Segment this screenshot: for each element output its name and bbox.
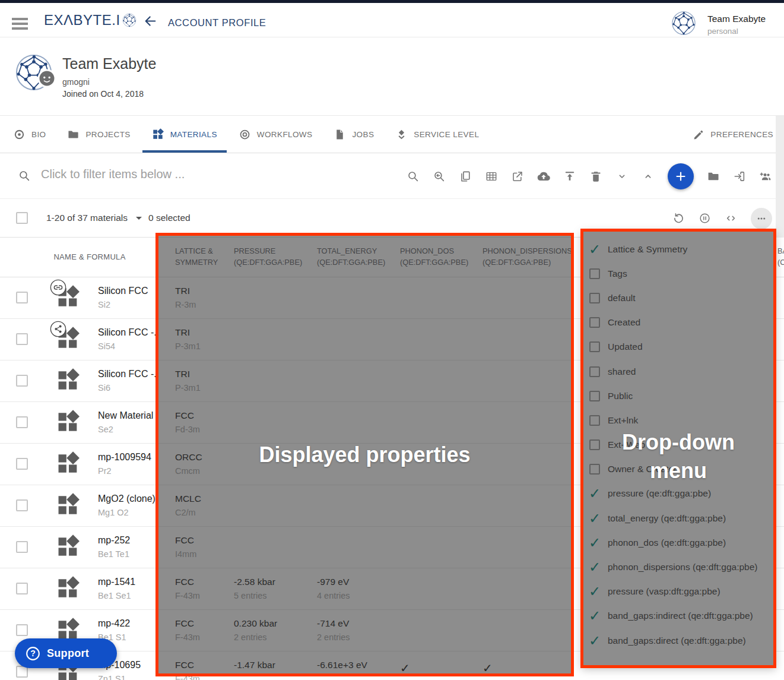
back-arrow-icon[interactable] bbox=[143, 14, 158, 29]
tab-jobs[interactable]: JOBS bbox=[334, 116, 374, 153]
row-checkbox[interactable] bbox=[16, 292, 28, 303]
scrollbar-track[interactable] bbox=[776, 116, 784, 238]
row-checkbox[interactable] bbox=[16, 499, 28, 511]
material-name[interactable]: Silicon FCC -.. bbox=[98, 369, 159, 379]
add-button[interactable] bbox=[668, 163, 694, 189]
tab-label: WORKFLOWS bbox=[257, 130, 313, 139]
profile-joined-date: Joined on Oct 4, 2018 bbox=[62, 89, 144, 99]
material-formula: Mg1 O2 bbox=[98, 508, 129, 517]
tab-projects[interactable]: PROJECTS bbox=[67, 116, 130, 153]
app-logo[interactable]: EXΛBYTE.I bbox=[44, 12, 137, 29]
tab-materials[interactable]: MATERIALS bbox=[152, 116, 217, 153]
materials-icon bbox=[152, 128, 164, 141]
move-to-icon[interactable] bbox=[733, 170, 746, 183]
face-badge-icon bbox=[37, 69, 56, 88]
material-formula: Si2 bbox=[98, 300, 110, 309]
column-name-formula[interactable]: NAME & FORMULA bbox=[24, 252, 155, 261]
target-icon bbox=[13, 128, 26, 141]
row-checkbox[interactable] bbox=[16, 583, 28, 594]
filter-input[interactable]: Click to filter items below ... bbox=[41, 167, 185, 181]
user-avatar[interactable] bbox=[671, 11, 696, 36]
refresh-icon[interactable] bbox=[672, 212, 685, 224]
clipped-line1: BA bbox=[777, 245, 784, 257]
support-label: Support bbox=[47, 647, 89, 660]
folder-icon[interactable] bbox=[707, 170, 720, 183]
material-icon bbox=[56, 410, 81, 435]
search-icon[interactable] bbox=[407, 170, 420, 183]
row-checkbox[interactable] bbox=[16, 416, 28, 428]
row-checkbox[interactable] bbox=[16, 458, 28, 470]
search-again-icon[interactable] bbox=[433, 170, 446, 183]
workflow-icon bbox=[239, 128, 251, 141]
user-name: Team Exabyte bbox=[707, 14, 766, 24]
row-checkbox[interactable] bbox=[16, 375, 28, 387]
select-all-checkbox[interactable] bbox=[16, 212, 28, 224]
chevron-down-icon[interactable] bbox=[615, 170, 629, 183]
material-name[interactable]: mp-1009594 bbox=[98, 452, 151, 463]
clipped-line2: (C bbox=[777, 257, 784, 268]
active-tab-underline bbox=[142, 150, 227, 153]
add-people-icon[interactable] bbox=[759, 170, 772, 183]
share-badge-icon bbox=[50, 321, 66, 337]
open-in-new-icon[interactable] bbox=[511, 170, 524, 183]
filter-toolbar: Click to filter items below ... bbox=[0, 153, 784, 199]
tab-bio[interactable]: BIO bbox=[13, 116, 46, 153]
copy-icon[interactable] bbox=[459, 170, 472, 183]
profile-header: Team Exabyte gmogni Joined on Oct 4, 201… bbox=[0, 37, 784, 116]
material-icon bbox=[56, 576, 81, 601]
tab-label: SERVICE LEVEL bbox=[414, 130, 479, 139]
service-level-icon bbox=[395, 128, 408, 141]
more-button[interactable] bbox=[751, 208, 772, 229]
code-icon[interactable] bbox=[725, 212, 737, 224]
tab-bar: BIOPROJECTSMATERIALSWORKFLOWSJOBSSERVICE… bbox=[0, 116, 784, 153]
row-checkbox[interactable] bbox=[16, 624, 28, 636]
upload-icon[interactable] bbox=[563, 170, 576, 183]
material-formula: Se2 bbox=[98, 425, 113, 434]
overlay-label-dropdown-menu: Drop-down menu bbox=[604, 428, 753, 485]
material-formula: Be1 Te1 bbox=[98, 549, 129, 559]
logo-text: EXΛBYTE.I bbox=[44, 12, 120, 29]
material-icon bbox=[56, 493, 81, 518]
material-name[interactable]: mp-252 bbox=[98, 535, 130, 546]
tab-workflows[interactable]: WORKFLOWS bbox=[239, 116, 313, 153]
tab-preferences[interactable]: PREFERENCES bbox=[693, 116, 773, 153]
row-checkbox[interactable] bbox=[16, 333, 28, 345]
tabs: BIOPROJECTSMATERIALSWORKFLOWSJOBSSERVICE… bbox=[0, 116, 784, 153]
material-name[interactable]: MgO2 (clone) bbox=[98, 494, 155, 504]
material-name[interactable]: mp-1541 bbox=[98, 577, 135, 587]
search-icon bbox=[18, 169, 31, 182]
cloud-upload-icon[interactable] bbox=[537, 170, 550, 183]
hamburger-menu-icon[interactable] bbox=[12, 18, 28, 30]
material-formula: Pr2 bbox=[98, 466, 112, 476]
overlay-displayed-properties: Displayed properties bbox=[155, 233, 574, 676]
row-checkbox[interactable] bbox=[16, 541, 28, 553]
pagination-range[interactable]: 1-20 of 37 materials bbox=[46, 213, 142, 223]
profile-username: gmogni bbox=[62, 77, 90, 87]
material-name[interactable]: Silicon FCC -.. bbox=[98, 327, 159, 338]
pencil-icon bbox=[693, 129, 704, 141]
tab-label: PROJECTS bbox=[85, 130, 130, 139]
grid-icon[interactable] bbox=[485, 170, 498, 183]
top-bar: EXΛBYTE.I ACCOUNT PROFILE Team Exabyte p… bbox=[0, 3, 784, 37]
delete-icon[interactable] bbox=[589, 170, 602, 183]
material-name[interactable]: Silicon FCC bbox=[98, 286, 148, 296]
support-button[interactable]: ? Support bbox=[15, 638, 117, 668]
link-badge-icon bbox=[50, 279, 66, 296]
pause-circle-icon[interactable] bbox=[699, 212, 711, 224]
material-icon bbox=[56, 451, 81, 476]
chevron-up-icon[interactable] bbox=[642, 170, 655, 183]
material-icon bbox=[56, 534, 81, 559]
tab-service-level[interactable]: SERVICE LEVEL bbox=[395, 116, 479, 153]
overlay-dropdown-menu: Drop-down menu bbox=[580, 229, 776, 668]
material-name[interactable]: mp-422 bbox=[98, 618, 130, 629]
material-icon bbox=[56, 368, 81, 393]
material-formula: Zn1 S1 bbox=[98, 674, 126, 680]
material-formula: Be1 Se1 bbox=[98, 591, 131, 600]
range-text: 1-20 of 37 materials bbox=[46, 213, 128, 223]
material-formula: Si54 bbox=[98, 341, 115, 351]
tab-label: MATERIALS bbox=[170, 130, 217, 139]
material-name[interactable]: New Material bbox=[98, 410, 153, 421]
material-formula: Si6 bbox=[98, 383, 110, 393]
toolbar-actions bbox=[407, 153, 772, 199]
more-icon bbox=[755, 212, 768, 225]
